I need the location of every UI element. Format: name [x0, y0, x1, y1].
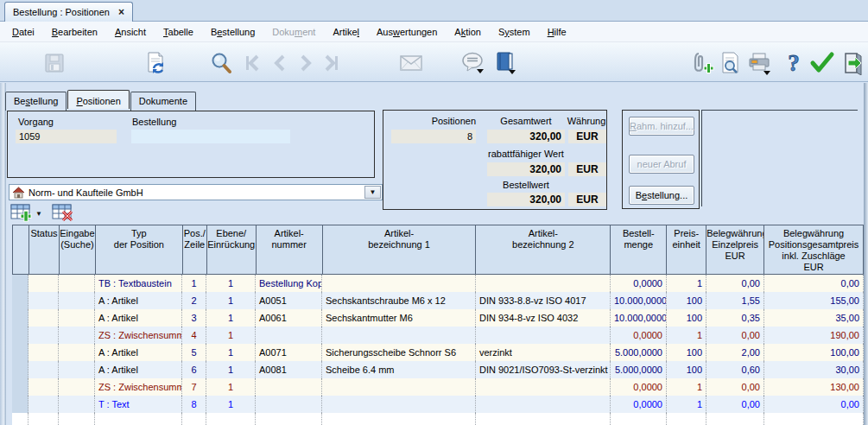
cell-einheit[interactable]: 1: [667, 378, 706, 396]
cell-menge[interactable]: 0,0000: [611, 378, 667, 396]
search-icon[interactable]: [207, 49, 235, 77]
menu-hilfe[interactable]: Hilfe: [539, 24, 575, 40]
cell-eingabe[interactable]: [59, 275, 95, 292]
cell-preis[interactable]: 0,60: [706, 361, 764, 378]
row-selector[interactable]: [12, 292, 29, 309]
menu-artikel[interactable]: Artikel: [324, 24, 368, 40]
row-selector[interactable]: [12, 361, 29, 378]
cell-eingabe[interactable]: [59, 378, 95, 396]
cell-eingabe[interactable]: [59, 292, 95, 309]
cell-artnr[interactable]: Bestellung Kopf: [256, 275, 322, 292]
cell-eingabe[interactable]: [59, 344, 95, 361]
menu-aktion[interactable]: Aktion: [446, 24, 490, 40]
tab-dokumente[interactable]: Dokumente: [130, 92, 196, 111]
cell-einheit[interactable]: 100: [667, 344, 706, 361]
row-selector[interactable]: [12, 309, 29, 327]
cell-eingabe[interactable]: [59, 309, 95, 327]
cell-menge[interactable]: 0,0000: [611, 396, 667, 413]
cell-menge[interactable]: 10.000,0000: [611, 309, 667, 327]
cell-pos[interactable]: 8: [182, 396, 206, 413]
cell-bez1[interactable]: Sechskantmutter M6: [322, 309, 476, 327]
cell-ebene[interactable]: 1: [206, 275, 256, 292]
cell-pos[interactable]: 1: [182, 275, 206, 292]
cell-artnr[interactable]: A0051: [256, 292, 322, 309]
cell-preis[interactable]: 0,35: [706, 309, 764, 327]
cell-menge[interactable]: 5.000,0000: [611, 361, 667, 378]
cell-artnr[interactable]: [256, 378, 322, 396]
table-row-1[interactable]: TB : Textbaustein11Bestellung Kopf0,0000…: [12, 275, 864, 292]
cell-gesamt[interactable]: 130,00: [764, 378, 864, 396]
cell-bez1[interactable]: Sicherungsscheibe Schnorr S6: [322, 344, 476, 361]
table-row-5[interactable]: A : Artikel51A0071Sicherungsscheibe Schn…: [12, 344, 864, 361]
cell-typ[interactable]: A : Artikel: [95, 309, 182, 327]
cell-pos[interactable]: 7: [182, 378, 206, 396]
tab-positionen[interactable]: Positionen: [67, 90, 129, 109]
cell-eingabe[interactable]: [59, 327, 95, 344]
cell-ebene[interactable]: 1: [206, 396, 256, 413]
cell-einheit[interactable]: 1: [667, 396, 706, 413]
cell-ebene[interactable]: 1: [206, 309, 256, 327]
row-selector[interactable]: [12, 275, 29, 292]
cell-pos[interactable]: 6: [182, 361, 206, 378]
cell-pos[interactable]: 5: [182, 344, 206, 361]
combo-dropdown-button[interactable]: ▼: [364, 186, 381, 199]
cell-preis[interactable]: 0,00: [706, 378, 764, 396]
menu-bestellung[interactable]: Bestellung: [202, 24, 263, 40]
row-selector[interactable]: [12, 327, 29, 344]
cell-gesamt[interactable]: 35,00: [764, 309, 864, 327]
cell-eingabe[interactable]: [59, 361, 95, 378]
menu-ansicht[interactable]: Ansicht: [106, 24, 155, 40]
cell-artnr[interactable]: [256, 396, 322, 413]
cell-bez2[interactable]: DIN 933-8.8-vz ISO 4017: [476, 292, 611, 309]
cell-einheit[interactable]: 1: [667, 327, 706, 344]
cell-ebene[interactable]: 1: [206, 361, 256, 378]
cell-preis[interactable]: 1,55: [706, 292, 764, 309]
catalog-book-icon[interactable]: [492, 49, 520, 77]
tab-bestellung[interactable]: Bestellung: [5, 92, 67, 111]
cell-artnr[interactable]: A0081: [256, 361, 322, 378]
vorgang-field[interactable]: 1059: [16, 130, 117, 143]
print-preview-icon[interactable]: [717, 49, 744, 77]
row-selector[interactable]: [12, 344, 29, 361]
cell-gesamt[interactable]: 155,00: [764, 292, 864, 309]
cell-ebene[interactable]: 1: [206, 344, 256, 361]
cell-gesamt[interactable]: 30,00: [764, 361, 864, 378]
cell-einheit[interactable]: 100: [667, 361, 706, 378]
menu-tabelle[interactable]: Tabelle: [155, 24, 202, 40]
cell-bez2[interactable]: DIN 9021/ISO7093-St-verzinkt: [476, 361, 611, 378]
cell-status[interactable]: [29, 275, 59, 292]
cell-typ[interactable]: A : Artikel: [95, 344, 182, 361]
add-position-button[interactable]: ▼: [10, 203, 42, 224]
cell-bez2[interactable]: [476, 275, 611, 292]
cell-bez2[interactable]: [476, 396, 611, 413]
close-icon[interactable]: ×: [118, 6, 124, 18]
cell-bez2[interactable]: DIN 934-8-vz ISO 4032: [476, 309, 611, 327]
table-row-6[interactable]: A : Artikel61A0081Scheibe 6.4 mmDIN 9021…: [12, 361, 864, 378]
cell-eingabe[interactable]: [59, 396, 95, 413]
cell-artnr[interactable]: [256, 327, 322, 344]
add-attachment-icon[interactable]: [689, 49, 717, 77]
cell-status[interactable]: [29, 309, 59, 327]
cell-typ[interactable]: A : Artikel: [95, 361, 182, 378]
menu-auswertungen[interactable]: Auswertungen: [368, 24, 446, 40]
table-row-3[interactable]: A : Artikel31A0061Sechskantmutter M6DIN …: [12, 309, 864, 327]
cell-bez1[interactable]: Scheibe 6.4 mm: [322, 361, 476, 378]
row-selector[interactable]: [12, 378, 29, 396]
help-icon[interactable]: ?: [780, 49, 808, 77]
cell-preis[interactable]: 2,00: [706, 344, 764, 361]
cell-status[interactable]: [29, 361, 59, 378]
cell-typ[interactable]: ZS : Zwischensumme: [95, 327, 182, 344]
cell-pos[interactable]: 2: [182, 292, 206, 309]
cell-typ[interactable]: T : Text: [95, 396, 182, 413]
cell-status[interactable]: [29, 327, 59, 344]
refresh-document-icon[interactable]: [143, 49, 170, 77]
table-row-4[interactable]: ZS : Zwischensumme410,000010,00190,00: [12, 327, 864, 344]
cell-bez2[interactable]: [476, 327, 611, 344]
cell-ebene[interactable]: 1: [206, 292, 256, 309]
cell-bez1[interactable]: [322, 378, 476, 396]
row-selector[interactable]: [12, 396, 29, 413]
cell-menge[interactable]: 0,0000: [611, 275, 667, 292]
cell-bez2[interactable]: [476, 378, 611, 396]
cell-menge[interactable]: 10.000,0000: [611, 292, 667, 309]
cell-bez1[interactable]: [322, 327, 476, 344]
